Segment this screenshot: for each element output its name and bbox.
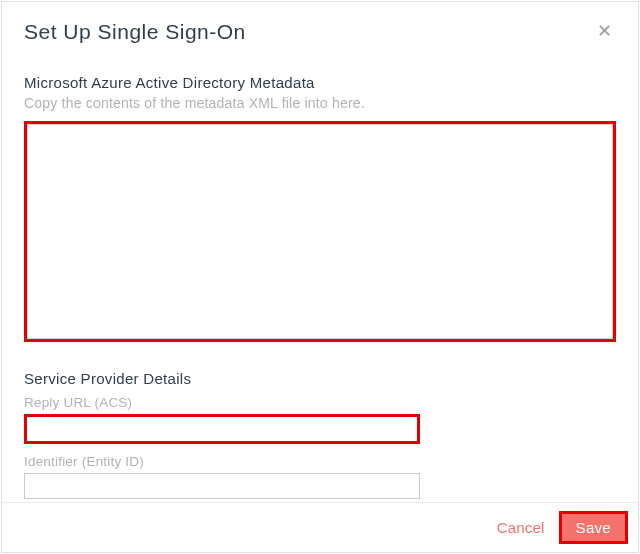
identifier-input[interactable] xyxy=(24,473,420,499)
reply-url-label: Reply URL (ACS) xyxy=(24,395,616,410)
dialog-header: Set Up Single Sign-On ✕ xyxy=(24,20,616,44)
cancel-button[interactable]: Cancel xyxy=(497,519,545,536)
metadata-section-subtitle: Copy the contents of the metadata XML fi… xyxy=(24,95,616,111)
dialog-title: Set Up Single Sign-On xyxy=(24,20,246,44)
reply-url-highlight-box xyxy=(24,414,420,444)
save-highlight-box: Save xyxy=(559,511,628,544)
dialog-body: Set Up Single Sign-On ✕ Microsoft Azure … xyxy=(2,2,638,502)
identifier-label: Identifier (Entity ID) xyxy=(24,454,616,469)
metadata-section-title: Microsoft Azure Active Directory Metadat… xyxy=(24,74,616,91)
reply-url-input[interactable] xyxy=(27,417,417,441)
sso-setup-dialog: Set Up Single Sign-On ✕ Microsoft Azure … xyxy=(1,1,639,553)
dialog-footer: Cancel Save xyxy=(2,502,638,552)
save-button[interactable]: Save xyxy=(562,514,625,541)
service-provider-section-title: Service Provider Details xyxy=(24,370,616,387)
metadata-highlight-box xyxy=(24,121,616,342)
close-icon[interactable]: ✕ xyxy=(593,20,616,42)
metadata-xml-textarea[interactable] xyxy=(27,124,613,339)
